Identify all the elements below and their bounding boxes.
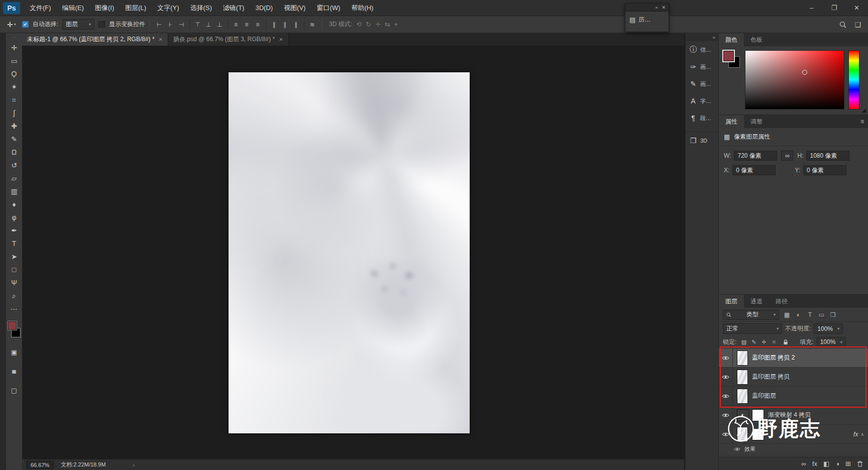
- hue-slider[interactable]: [848, 50, 859, 109]
- blend-mode-select[interactable]: 正常▾: [723, 323, 782, 334]
- y-field[interactable]: 0 像素: [803, 165, 846, 175]
- layer-effects-button[interactable]: fx: [812, 460, 817, 467]
- color-swatch-widget[interactable]: [7, 320, 21, 338]
- panel-tab[interactable]: 路径: [769, 295, 794, 308]
- opacity-select[interactable]: 100%▾: [814, 323, 843, 334]
- collapse-flyout-icon[interactable]: »: [655, 5, 658, 10]
- menu-item[interactable]: 选择(S): [184, 0, 217, 16]
- auto-select-target-select[interactable]: 图层▾: [62, 19, 94, 30]
- layer-effects-badge[interactable]: fx∧: [853, 431, 864, 438]
- x-field[interactable]: 0 像素: [732, 165, 776, 175]
- panel-tab[interactable]: 颜色: [719, 33, 744, 46]
- layer-thumbnail[interactable]: [737, 370, 748, 385]
- distribute-left-edges[interactable]: ∥: [266, 19, 279, 30]
- 3d-pan-tool[interactable]: ✛: [375, 21, 381, 29]
- filter-smart-objects[interactable]: ❒: [828, 310, 838, 319]
- 3d-scale-tool[interactable]: ⌖: [394, 21, 398, 29]
- character-panel[interactable]: A 字…: [686, 92, 718, 109]
- lock-image-pixels[interactable]: ✎: [749, 338, 758, 346]
- link-layers-button[interactable]: ∞: [802, 460, 806, 467]
- menu-item[interactable]: 文件(F): [24, 0, 57, 16]
- lock-position[interactable]: ✛: [759, 338, 768, 346]
- quick-mask-button[interactable]: ◙: [8, 365, 21, 378]
- distribute-vertical-centers[interactable]: ≡: [241, 19, 252, 30]
- close-flyout-icon[interactable]: ✕: [662, 5, 666, 10]
- panel-menu-icon[interactable]: ≡: [856, 118, 868, 125]
- distribute-top-edges[interactable]: ≡: [228, 19, 241, 30]
- filter-type-layers[interactable]: T: [805, 310, 815, 319]
- layer-name[interactable]: 盖印图层: [752, 392, 776, 400]
- height-field[interactable]: 1080 像素: [806, 151, 849, 161]
- move-tool[interactable]: ✛: [8, 41, 21, 54]
- align-bottom-edges[interactable]: ⊥: [214, 19, 225, 30]
- 3d-slide-tool[interactable]: ⇆: [385, 21, 390, 29]
- panel-tab[interactable]: 色板: [744, 33, 769, 46]
- show-transform-controls-checkbox[interactable]: [98, 21, 105, 28]
- color-spectrum-field[interactable]: [745, 50, 844, 109]
- path-selection-tool[interactable]: ➤: [8, 250, 21, 263]
- foreground-color-swatch[interactable]: [8, 321, 17, 330]
- add-layer-mask-button[interactable]: ◧: [823, 460, 829, 467]
- align-vertical-centers[interactable]: ⊥: [203, 19, 214, 30]
- distribute-horizontal-centers[interactable]: ∥: [279, 19, 290, 30]
- info-panel[interactable]: ⓘ 信…: [686, 41, 718, 58]
- constrain-proportions-link-icon[interactable]: ∞: [781, 151, 793, 161]
- zoom-level-field[interactable]: 66.67%: [26, 461, 54, 469]
- effects-row[interactable]: 效果: [719, 444, 868, 454]
- document-tab[interactable]: 未标题-1 @ 66.7% (盖印图层 拷贝 2, RGB/8#) * ✕: [22, 33, 168, 46]
- crop-tool[interactable]: ⌗: [8, 93, 21, 106]
- maximize-button[interactable]: ❐: [823, 0, 845, 16]
- layer-thumbnail[interactable]: [737, 389, 748, 404]
- fill-select[interactable]: 100%▾: [817, 337, 846, 347]
- brush-settings-panel[interactable]: ✑ 画…: [686, 58, 718, 75]
- layer-row[interactable]: 盖印图层: [719, 387, 868, 406]
- tab-adjustments[interactable]: 调整: [744, 115, 769, 128]
- search-icon[interactable]: [839, 21, 846, 28]
- quick-selection-tool[interactable]: ✶: [8, 80, 21, 93]
- lock-all-icon[interactable]: [781, 338, 790, 346]
- panel-tab[interactable]: 图层: [719, 295, 744, 308]
- paragraph-panel[interactable]: ¶ 段…: [686, 109, 718, 127]
- brushes-panel[interactable]: ✎ 画…: [686, 75, 718, 92]
- document-artwork[interactable]: [229, 72, 470, 433]
- distribute-right-edges[interactable]: ∥: [290, 19, 301, 30]
- clone-stamp-tool[interactable]: Ω: [8, 146, 21, 159]
- align-horizontal-centers[interactable]: ⊦: [165, 19, 176, 30]
- edit-toolbar-button[interactable]: ⋯: [8, 302, 21, 315]
- color-picker-indicator[interactable]: [802, 70, 807, 75]
- close-button[interactable]: ✕: [845, 0, 868, 16]
- width-field[interactable]: 720 像素: [734, 151, 777, 161]
- layer-thumbnail[interactable]: [737, 350, 748, 366]
- blur-tool[interactable]: ♦: [8, 198, 21, 211]
- layer-filter-type-select[interactable]: 类型 ▾: [723, 310, 779, 320]
- workspace-switcher-icon[interactable]: ❏: [854, 21, 861, 29]
- auto-select-checkbox[interactable]: ✔: [22, 21, 29, 28]
- filter-pixel-layers[interactable]: ▦: [782, 310, 792, 319]
- align-right-edges[interactable]: ⊣: [176, 19, 187, 30]
- zoom-tool[interactable]: ⌕: [8, 289, 21, 302]
- panel-tab[interactable]: 通道: [744, 295, 769, 308]
- selection-mode-button[interactable]: ▣: [8, 345, 21, 359]
- 3d-roll-tool[interactable]: ↻: [366, 21, 371, 29]
- history-panel-button[interactable]: ▤ 历…: [625, 12, 669, 28]
- lock-artboard[interactable]: ⌗: [770, 338, 778, 346]
- menu-item[interactable]: 图层(L): [120, 0, 152, 16]
- rectangular-marquee-tool[interactable]: ▭: [8, 54, 21, 67]
- expand-panels-button[interactable]: «: [686, 33, 718, 41]
- hand-tool[interactable]: Ψ: [8, 276, 21, 289]
- menu-item[interactable]: 图像(I): [89, 0, 120, 16]
- filter-shape-layers[interactable]: ▭: [817, 310, 826, 319]
- 3d-orbit-tool[interactable]: ⟲: [356, 21, 362, 29]
- lasso-tool[interactable]: Ϙ: [8, 67, 21, 80]
- filter-adjustment-layers[interactable]: ◐: [794, 310, 803, 319]
- menu-item[interactable]: 窗口(W): [311, 0, 346, 16]
- 3d-panel[interactable]: ❒ 3D: [686, 132, 718, 149]
- align-top-edges[interactable]: ⊤: [189, 19, 203, 30]
- screen-mode-button[interactable]: ▢: [8, 384, 21, 397]
- layer-visibility-toggle[interactable]: [719, 368, 733, 386]
- menu-item[interactable]: 滤镜(T): [218, 0, 250, 16]
- menu-item[interactable]: 文字(Y): [152, 0, 184, 16]
- current-tool-indicator[interactable]: ✛ ▾: [5, 21, 18, 29]
- distribute-spacing[interactable]: ≋: [304, 19, 317, 30]
- status-options-button[interactable]: ›: [133, 462, 135, 468]
